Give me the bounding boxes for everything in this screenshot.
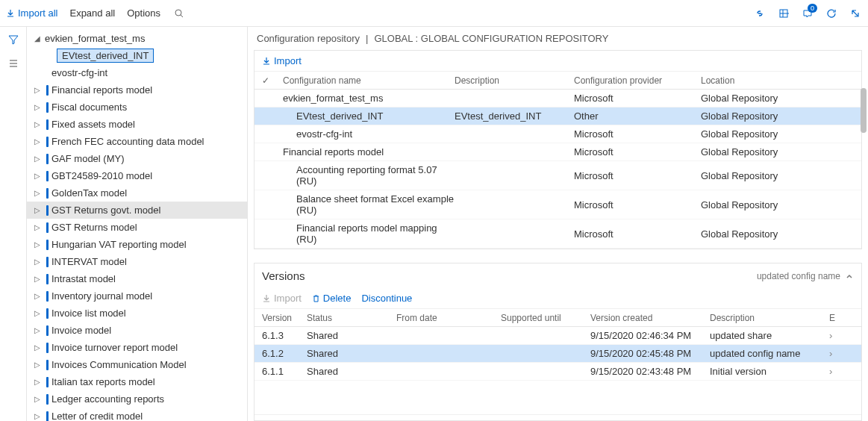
chevron-up-icon[interactable] bbox=[845, 272, 854, 281]
scroll-thumb[interactable] bbox=[861, 88, 867, 133]
config-row[interactable]: Financial reports model mapping (RU)Micr… bbox=[255, 219, 861, 249]
selected-child-label: EVtest_derived_INT bbox=[57, 49, 154, 63]
popout-button[interactable] bbox=[849, 7, 862, 20]
expand-all-button[interactable]: Expand all bbox=[69, 7, 115, 19]
expand-icon[interactable]: ▷ bbox=[33, 206, 42, 214]
expand-icon[interactable]: ▷ bbox=[33, 378, 42, 386]
expand-icon[interactable]: ▷ bbox=[33, 189, 42, 197]
tree-item[interactable]: evostr-cfg-int bbox=[27, 64, 247, 81]
tree-item[interactable]: ▷Fiscal documents bbox=[27, 99, 247, 116]
col-until[interactable]: Supported until bbox=[501, 313, 590, 323]
toolbar-right: 0 bbox=[753, 7, 862, 20]
expand-icon[interactable]: ▷ bbox=[33, 86, 42, 94]
version-row[interactable]: 6.1.2Shared9/15/2020 02:45:48 PMupdated … bbox=[255, 345, 861, 363]
tree-item[interactable]: ▷GBT24589-2010 model bbox=[27, 167, 247, 184]
version-row[interactable]: 6.1.1Shared9/15/2020 02:43:48 PMInitial … bbox=[255, 363, 861, 381]
tree-item[interactable]: ▷Invoices Communication Model bbox=[27, 356, 247, 373]
link-icon-button[interactable] bbox=[753, 7, 766, 20]
ver-e: › bbox=[829, 348, 844, 359]
ver-created: 9/15/2020 02:45:48 PM bbox=[590, 348, 710, 359]
tree-selected-child[interactable]: EVtest_derived_INT bbox=[27, 47, 247, 64]
tree-item[interactable]: ▷Financial reports model bbox=[27, 81, 247, 99]
col-loc[interactable]: Location bbox=[701, 75, 813, 86]
tree-item-label: INTERVAT model bbox=[51, 256, 127, 267]
tree-item[interactable]: ▷Italian tax reports model bbox=[27, 373, 247, 390]
tree-item-label: Italian tax reports model bbox=[51, 376, 155, 387]
config-loc: Global Repository bbox=[701, 93, 813, 104]
tree-item[interactable]: ▷Invoice turnover report model bbox=[27, 339, 247, 356]
col-vdesc[interactable]: Description bbox=[710, 313, 829, 323]
versions-import-button[interactable]: Import bbox=[262, 293, 302, 304]
col-created[interactable]: Version created bbox=[590, 313, 710, 323]
tree-item[interactable]: ▷Intrastat model bbox=[27, 270, 247, 287]
tree-item[interactable]: ▷French FEC accounting data model bbox=[27, 133, 247, 150]
tree-item[interactable]: ▷GST Returns model bbox=[27, 219, 247, 236]
refresh-button[interactable] bbox=[825, 7, 838, 20]
expand-icon[interactable]: ▷ bbox=[33, 395, 42, 403]
expand-icon[interactable]: ▷ bbox=[33, 343, 42, 352]
tree-item[interactable]: ▷Hungarian VAT reporting model bbox=[27, 236, 247, 253]
col-prov[interactable]: Configuration provider bbox=[574, 75, 701, 86]
config-row[interactable]: Accounting reporting format 5.07 (RU)Mic… bbox=[255, 161, 861, 190]
versions-delete-button[interactable]: Delete bbox=[312, 293, 352, 304]
expand-icon[interactable]: ▷ bbox=[33, 275, 42, 283]
tree-item[interactable]: ▷Invoice list model bbox=[27, 305, 247, 322]
filter-button[interactable] bbox=[7, 33, 20, 46]
config-row[interactable]: Balance sheet format Excel example (RU)M… bbox=[255, 190, 861, 219]
col-desc[interactable]: Description bbox=[455, 75, 574, 86]
expand-icon[interactable]: ▷ bbox=[33, 292, 42, 300]
config-loc: Global Repository bbox=[701, 128, 813, 140]
popout-icon bbox=[850, 8, 861, 19]
tree-item[interactable]: ▷Fixed assets model bbox=[27, 116, 247, 133]
config-import-button[interactable]: Import bbox=[262, 55, 302, 66]
col-status[interactable]: Status bbox=[307, 313, 396, 323]
col-ver[interactable]: Version bbox=[262, 313, 307, 323]
tree-item[interactable]: ▷Invoice model bbox=[27, 322, 247, 339]
notifications-button[interactable]: 0 bbox=[801, 7, 814, 20]
config-row[interactable]: evostr-cfg-intMicrosoftGlobal Repository bbox=[255, 125, 861, 143]
download-icon bbox=[262, 57, 271, 66]
check-column[interactable]: ✓ bbox=[262, 75, 283, 86]
expand-icon[interactable]: ▷ bbox=[33, 120, 42, 128]
tree-item[interactable]: ▷INTERVAT model bbox=[27, 253, 247, 270]
expand-icon[interactable]: ▷ bbox=[33, 103, 42, 111]
expand-icon[interactable]: ▷ bbox=[33, 258, 42, 266]
collapse-icon[interactable]: ◢ bbox=[33, 34, 42, 43]
tree-item[interactable]: ▷GoldenTax model bbox=[27, 184, 247, 202]
col-e[interactable]: E bbox=[829, 313, 844, 323]
expand-icon[interactable]: ▷ bbox=[33, 309, 42, 317]
import-all-button[interactable]: Import all bbox=[6, 7, 57, 19]
tree-root[interactable]: ◢ evkien_format_test_ms bbox=[27, 30, 247, 47]
versions-h-scrollbar[interactable] bbox=[255, 414, 861, 420]
tree-item[interactable]: ▷Ledger accounting reports bbox=[27, 390, 247, 408]
expand-icon[interactable]: ▷ bbox=[33, 223, 42, 231]
expand-icon[interactable]: ▷ bbox=[33, 240, 42, 249]
col-from[interactable]: From date bbox=[396, 313, 501, 323]
expand-icon[interactable]: ▷ bbox=[33, 155, 42, 163]
tree-item[interactable]: ▷Letter of credit model bbox=[27, 408, 247, 421]
tree-item[interactable]: ▷GAF model (MY) bbox=[27, 150, 247, 167]
tree-item[interactable]: ▷GST Returns govt. model bbox=[27, 202, 247, 219]
config-row[interactable]: evkien_format_test_msMicrosoftGlobal Rep… bbox=[255, 90, 861, 107]
config-row[interactable]: EVtest_derived_INTEVtest_derived_INTOthe… bbox=[255, 107, 861, 125]
col-name[interactable]: Configuration name bbox=[283, 75, 455, 86]
search-button[interactable] bbox=[172, 7, 186, 20]
expand-icon[interactable]: ▷ bbox=[33, 412, 42, 420]
list-button[interactable] bbox=[7, 57, 20, 70]
config-loc: Global Repository bbox=[701, 199, 813, 210]
office-button[interactable] bbox=[777, 7, 790, 20]
expand-icon[interactable]: ▷ bbox=[33, 361, 42, 369]
config-import-label: Import bbox=[274, 55, 302, 66]
expand-icon[interactable]: ▷ bbox=[33, 172, 42, 180]
expand-icon[interactable]: ▷ bbox=[33, 137, 42, 146]
content-v-scrollbar[interactable] bbox=[859, 66, 868, 421]
config-prov: Other bbox=[574, 110, 701, 122]
indicator-bar bbox=[46, 137, 49, 147]
versions-discontinue-button[interactable]: Discontinue bbox=[361, 293, 412, 304]
expand-icon[interactable]: ▷ bbox=[33, 326, 42, 334]
options-button[interactable]: Options bbox=[127, 7, 160, 19]
config-row[interactable]: Financial reports modelMicrosoftGlobal R… bbox=[255, 143, 861, 161]
ver-desc: Initial version bbox=[710, 366, 829, 377]
version-row[interactable]: 6.1.3Shared9/15/2020 02:46:34 PMupdated … bbox=[255, 327, 861, 345]
tree-item[interactable]: ▷Inventory journal model bbox=[27, 287, 247, 305]
